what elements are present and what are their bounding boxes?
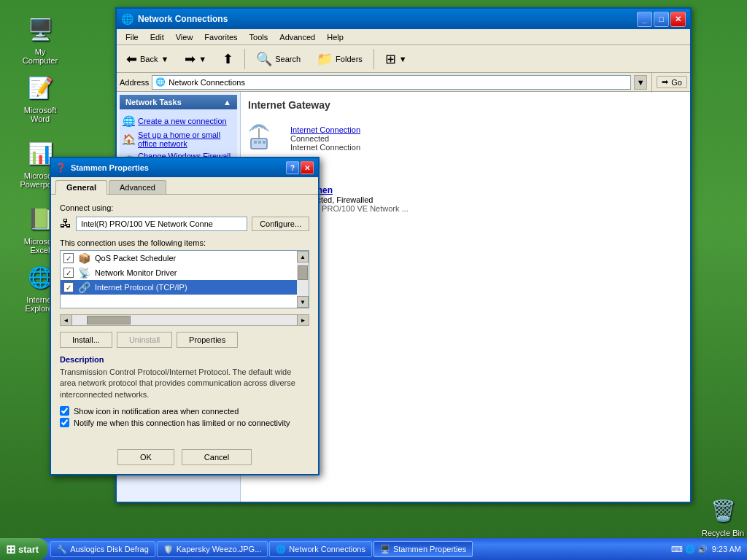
explorer-title-icon: 🌐 (121, 13, 133, 25)
qos-label: QoS Packet Scheduler (95, 254, 176, 262)
connectivity-notify-label: Notify me when this connection has limit… (74, 419, 290, 427)
menu-file[interactable]: File (120, 31, 144, 43)
uninstall-button[interactable]: Uninstall (117, 332, 172, 348)
task-create-connection[interactable]: 🌐 Create a new connection (123, 114, 234, 128)
desktop: 🖥️ My Computer 📝 Microsoft Word 📊 Micros… (0, 0, 747, 560)
buttons-row: Install... Uninstall Properties (60, 332, 309, 348)
address-value: Network Connections (169, 78, 245, 87)
create-connection-icon: 🌐 (123, 115, 135, 127)
menu-advanced[interactable]: Advanced (274, 31, 321, 43)
address-go-button[interactable]: ➡ Go (657, 76, 687, 88)
folders-button[interactable]: 📁 Folders (310, 48, 369, 70)
up-icon: ⬆ (222, 51, 233, 67)
forward-button[interactable]: ➡ ▼ (178, 48, 213, 70)
auslogics-icon: 🔧 (57, 545, 67, 554)
network-tasks-header[interactable]: Network Tasks ▲ (120, 95, 237, 109)
tcpip-label: Internet Protocol (TCP/IP) (95, 283, 187, 292)
components-label: This connection uses the following items… (60, 238, 309, 247)
install-button[interactable]: Install... (60, 332, 112, 348)
forward-icon: ➡ (185, 51, 196, 67)
checkbox2-row: Notify me when this connection has limit… (60, 418, 309, 427)
checkboxes-section: Show icon in notification area when conn… (60, 406, 309, 427)
recycle-bin-label: Recycle Bin (700, 528, 746, 538)
taskbar-app-netconn[interactable]: 🌐 Network Connections (269, 541, 372, 557)
menu-edit[interactable]: Edit (144, 31, 170, 43)
explorer-close-button[interactable]: ✕ (670, 12, 686, 27)
back-dropdown-icon: ▼ (160, 55, 169, 63)
explorer-minimize-button[interactable]: _ (637, 12, 652, 27)
tcpip-checkbox[interactable] (63, 282, 74, 292)
dialog-footer: OK Cancel (51, 443, 318, 474)
task-home-network[interactable]: 🏠 Set up a home or small office network (123, 130, 234, 149)
gateway-icon (248, 118, 283, 159)
explorer-toolbar: ⬅ Back ▼ ➡ ▼ ⬆ 🔍 Search 📁 Folders (117, 45, 690, 73)
start-button[interactable]: ⊞ start (0, 538, 47, 560)
dialog-title-icon: ❓ (55, 163, 66, 173)
menu-tools[interactable]: Tools (244, 31, 274, 43)
horiz-scroll-thumb[interactable] (87, 316, 131, 324)
taskbar-app-kapersky[interactable]: 🛡️ Kapersky Weezo.JPG... (157, 541, 268, 557)
horiz-scroll-left-button[interactable]: ◄ (61, 315, 72, 325)
views-button[interactable]: ⊞ ▼ (379, 48, 414, 70)
comp-netmon[interactable]: 📡 Network Monitor Driver (61, 265, 309, 280)
taskbar-app-auslogics[interactable]: 🔧 Auslogics Disk Defrag (50, 541, 155, 557)
dialog-controls: ? ✕ (286, 161, 314, 174)
go-label: Go (671, 78, 682, 87)
properties-button[interactable]: Properties (177, 332, 238, 348)
taskbar-app-stammen[interactable]: 🖥️ Stammen Properties (374, 541, 473, 557)
explorer-menubar: File Edit View Favorites Tools Advanced … (117, 29, 690, 45)
ok-button[interactable]: OK (117, 449, 174, 465)
tab-general[interactable]: General (55, 180, 107, 195)
explorer-titlebar: 🌐 Network Connections _ □ ✕ (117, 9, 690, 29)
netconn-icon: 🌐 (276, 545, 286, 554)
search-button[interactable]: 🔍 Search (249, 48, 307, 70)
back-button[interactable]: ⬅ Back ▼ (120, 48, 175, 70)
horiz-scroll-right-button[interactable]: ► (297, 315, 309, 325)
views-dropdown-icon: ▼ (399, 55, 407, 63)
cancel-button[interactable]: Cancel (182, 449, 252, 465)
configure-button[interactable]: Configure... (252, 217, 309, 231)
gateway-type: Internet Connection (290, 143, 360, 152)
comp-tcpip[interactable]: 🔗 Internet Protocol (TCP/IP) (61, 280, 309, 295)
comp-scroll-down-button[interactable]: ▼ (297, 296, 309, 308)
gateway-status: Connected (290, 134, 360, 143)
comp-qos[interactable]: 📦 QoS Packet Scheduler (61, 251, 309, 265)
address-input[interactable]: 🌐 Network Connections (152, 75, 631, 90)
comp-scroll-thumb[interactable] (298, 265, 308, 280)
my-computer-label: My Computer (15, 47, 66, 66)
dialog-close-button[interactable]: ✕ (301, 161, 314, 174)
description-label: Description (60, 355, 309, 364)
back-label: Back (140, 55, 158, 63)
components-scrollbar: ▲ ▼ (297, 251, 309, 308)
gateway-name[interactable]: Internet Connection (290, 125, 360, 134)
taskbar-network-icon: 🌐 (685, 545, 695, 554)
explorer-title-text: Network Connections (138, 14, 632, 24)
taskbar-volume-icon: 🔊 (697, 545, 708, 554)
comp-scroll-up-button[interactable]: ▲ (297, 251, 309, 262)
taskbar: ⊞ start 🔧 Auslogics Disk Defrag 🛡️ Kaper… (0, 538, 747, 560)
menu-help[interactable]: Help (321, 31, 349, 43)
desktop-icon-ms-word[interactable]: 📝 Microsoft Word (15, 73, 66, 124)
notify-icon-label: Show icon in notification area when conn… (74, 407, 239, 416)
gateway-item: Internet Connection Connected Internet C… (248, 118, 683, 159)
tab-advanced[interactable]: Advanced (109, 180, 166, 194)
notify-icon-checkbox[interactable] (60, 406, 69, 416)
up-button[interactable]: ⬆ (216, 48, 240, 70)
qos-checkbox[interactable] (63, 253, 74, 263)
views-icon: ⊞ (385, 51, 396, 67)
search-label: Search (275, 55, 301, 63)
explorer-maximize-button[interactable]: □ (654, 12, 669, 27)
address-label: Address (120, 78, 149, 87)
menu-view[interactable]: View (170, 31, 199, 43)
desktop-icon-my-computer[interactable]: 🖥️ My Computer (15, 15, 66, 66)
desktop-icon-recycle-bin[interactable]: 🗑️ Recycle Bin (697, 496, 747, 538)
horiz-scroll-track (72, 315, 297, 325)
address-dropdown-button[interactable]: ▼ (634, 75, 647, 90)
forward-dropdown-icon: ▼ (198, 55, 206, 63)
auslogics-label: Auslogics Disk Defrag (70, 545, 149, 553)
dialog-help-button[interactable]: ? (286, 161, 299, 174)
start-label: start (18, 544, 39, 555)
netmon-checkbox[interactable] (63, 268, 74, 278)
menu-favorites[interactable]: Favorites (198, 31, 243, 43)
connectivity-notify-checkbox[interactable] (60, 418, 69, 427)
